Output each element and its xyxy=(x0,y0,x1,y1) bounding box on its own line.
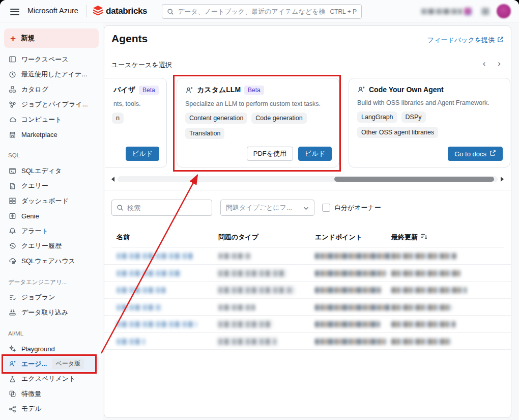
sidebar-item-label: ダッシュボード xyxy=(21,197,69,206)
table-row[interactable] xyxy=(104,282,511,299)
column-header-endpoint[interactable]: エンドポイント xyxy=(315,233,362,242)
sidebar-item-label: カタログ xyxy=(21,85,48,94)
sidebar-item-features[interactable]: 特徴量 xyxy=(4,386,99,402)
table-row[interactable] xyxy=(104,333,511,350)
sidebar-item-marketplace[interactable]: Marketplace xyxy=(4,127,99,143)
sidebar-item-label: クエリー履歴 xyxy=(21,241,62,250)
redacted-cell xyxy=(117,287,165,293)
redacted-cell xyxy=(218,287,294,293)
redacted-cell xyxy=(117,253,193,259)
card-title: Code Your Own Agent xyxy=(369,86,444,94)
sidebar-item-label: Genie xyxy=(21,212,39,220)
redacted-cell xyxy=(315,270,386,276)
redacted-cell xyxy=(391,270,460,276)
marketplace-icon xyxy=(8,130,16,138)
go-to-docs-button[interactable]: Go to docs xyxy=(448,147,503,161)
global-search-input[interactable] xyxy=(178,8,326,15)
topbar-redacted-icon[interactable] xyxy=(481,8,489,15)
user-avatar[interactable] xyxy=(497,4,511,18)
redacted-cell xyxy=(117,304,161,311)
global-search-box[interactable]: CTRL + P xyxy=(162,4,362,19)
sidebar-item-query-history[interactable]: クエリー履歴 xyxy=(4,239,99,254)
carousel-next-icon[interactable]: › xyxy=(498,59,501,69)
page-title: Agents xyxy=(111,33,148,45)
sidebar-item-label: Playground xyxy=(21,345,55,353)
sidebar-item-dashboards[interactable]: ダッシュボード xyxy=(4,193,99,209)
sidebar-item-genie[interactable]: Genie xyxy=(4,209,99,224)
column-header-name[interactable]: 名前 xyxy=(117,233,130,242)
redacted-cell xyxy=(315,253,391,259)
scrollbar-thumb[interactable] xyxy=(334,177,494,182)
capability-chip: DSPy xyxy=(401,111,426,123)
redacted-cell xyxy=(315,304,390,311)
table-search-input[interactable] xyxy=(127,204,207,212)
recents-icon xyxy=(8,70,16,78)
sidebar-item-jobs-pipelines[interactable]: ジョブとパイプライ... xyxy=(4,97,99,113)
owner-checkbox[interactable] xyxy=(322,204,330,212)
sidebar-item-catalog[interactable]: カタログ xyxy=(4,82,99,97)
search-icon xyxy=(117,204,124,211)
workspace-name-redacted[interactable] xyxy=(421,9,462,14)
sidebar-item-sql-editor[interactable]: SQLエディタ xyxy=(4,163,99,179)
sidebar-item-alerts[interactable]: アラート xyxy=(4,223,99,239)
databricks-logo-icon[interactable] xyxy=(93,6,103,18)
scroll-right-icon[interactable] xyxy=(501,177,504,182)
owner-filter[interactable]: 自分がオーナー xyxy=(322,203,381,212)
new-button[interactable]: + 新規 xyxy=(4,29,99,48)
sidebar-item-compute[interactable]: コンピュート xyxy=(4,112,99,127)
redacted-cell xyxy=(315,287,381,293)
catalog-icon xyxy=(8,86,16,94)
agents-table-header: 名前 問題のタイプ エンドポイント 最終更新 xyxy=(104,233,511,246)
sidebar-item-label: データ取り込み xyxy=(21,308,68,317)
usecase-picker-label: ユースケースを選択 xyxy=(111,61,172,70)
table-search-box[interactable] xyxy=(111,200,212,216)
sidebar-item-workspace[interactable]: ワークスペース xyxy=(4,52,99,67)
sidebar-item-recents[interactable]: 最近使用したアイテ... xyxy=(4,67,99,82)
table-row[interactable] xyxy=(104,316,511,333)
menu-icon[interactable] xyxy=(10,7,19,15)
sidebar-item-label: ジョブラン xyxy=(21,293,55,302)
redacted-cell xyxy=(218,270,285,276)
scrollbar-track[interactable] xyxy=(118,176,498,182)
card-chips: LangGraphDSPyOther OSS agent libraries xyxy=(357,111,502,138)
problem-type-filter-dropdown[interactable]: 問題タイプごとにフ... xyxy=(220,200,314,216)
redacted-cell xyxy=(391,321,455,327)
feedback-link[interactable]: フィードバックを提供 xyxy=(427,36,504,45)
table-row[interactable] xyxy=(104,247,511,265)
sidebar-section-header: AI/ML xyxy=(4,329,99,338)
databricks-wordmark[interactable]: databricks xyxy=(106,6,147,16)
sidebar-item-label: エクスペリメント xyxy=(21,374,75,383)
topbar: Microsoft Azure databricks CTRL + P xyxy=(0,0,519,22)
redacted-cell xyxy=(315,339,386,345)
table-row[interactable] xyxy=(104,299,511,316)
query-history-icon xyxy=(8,242,16,250)
sidebar-item-models[interactable]: モデル xyxy=(4,402,99,417)
build-button[interactable]: ビルド xyxy=(126,147,159,161)
sidebar-item-data-ingestion[interactable]: データ取り込み xyxy=(4,305,99,320)
sidebar-item-queries[interactable]: クエリー xyxy=(4,179,99,194)
features-icon xyxy=(8,390,16,398)
compute-icon xyxy=(8,116,16,124)
card-description: nts, tools. xyxy=(105,100,158,107)
annotation-rect-agents-sidebar-item xyxy=(2,354,97,374)
job-runs-icon xyxy=(8,293,16,301)
sidebar-item-sql-warehouse[interactable]: SQLウェアハウス xyxy=(4,254,99,269)
sidebar-item-label: Marketplace xyxy=(21,131,57,138)
column-header-last-updated[interactable]: 最終更新 xyxy=(391,233,428,242)
queries-icon xyxy=(8,182,16,190)
capability-chip: n xyxy=(112,113,124,124)
scroll-left-icon[interactable] xyxy=(111,177,114,182)
topbar-redacted-icon[interactable] xyxy=(464,8,472,15)
chevron-down-icon xyxy=(303,203,309,212)
redacted-cell xyxy=(315,321,380,327)
app-window: Microsoft Azure databricks CTRL + P + 新規 xyxy=(0,0,519,420)
sort-descending-icon xyxy=(420,233,428,241)
sidebar-item-job-runs[interactable]: ジョブラン xyxy=(4,290,99,305)
capability-chip: Other OSS agent libraries xyxy=(357,127,438,138)
usecase-card-code-your-own[interactable]: Code Your Own Agent Build with OSS libra… xyxy=(349,78,510,167)
sql-editor-icon xyxy=(8,167,16,175)
column-header-problem-type[interactable]: 問題のタイプ xyxy=(218,233,258,242)
carousel-prev-icon[interactable]: ‹ xyxy=(483,59,486,69)
table-row[interactable] xyxy=(104,265,511,282)
usecase-card-knowledge-advisor[interactable]: バイザ Beta nts, tools. n ビルド xyxy=(105,78,167,167)
